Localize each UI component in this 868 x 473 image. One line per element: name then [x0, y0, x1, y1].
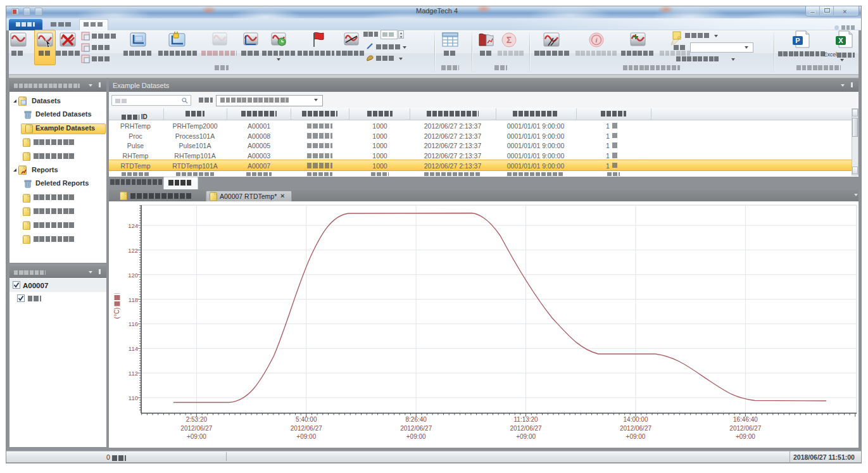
svg-text:X: X: [838, 37, 843, 44]
svg-text:Σ: Σ: [506, 35, 512, 45]
svg-text:P: P: [795, 37, 800, 44]
